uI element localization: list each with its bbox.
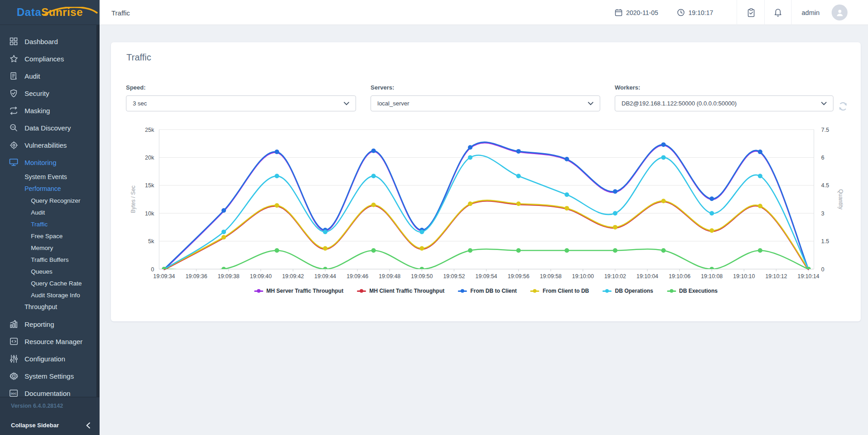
x-tick-label: 19:10:08 — [701, 273, 723, 280]
legend-label: From Client to DB — [542, 288, 589, 294]
x-tick-label: 19:10:10 — [733, 273, 755, 280]
sidebar-item-audit[interactable]: Audit — [0, 206, 100, 218]
legend-item-db-executions[interactable]: DB Executions — [667, 288, 718, 294]
x-tick-label: 19:09:58 — [540, 273, 562, 280]
data-point — [516, 201, 521, 206]
data-point — [221, 208, 226, 213]
sidebar-item-data-discovery[interactable]: Data Discovery — [0, 119, 100, 136]
series-from-db-to-client — [162, 142, 811, 271]
date-value: 2020-11-05 — [626, 9, 658, 16]
user-menu[interactable]: admin — [802, 0, 820, 25]
data-point — [221, 267, 226, 271]
sidebar-item-vulnerabilities[interactable]: Vulnerabilities — [0, 136, 100, 154]
time-display[interactable]: 19:10:17 — [677, 0, 713, 25]
x-tick-label: 19:09:46 — [346, 273, 368, 280]
chart-legend: MH Server Traffic ThroughputMH Client Tr… — [111, 288, 861, 294]
chevron-down-icon — [344, 102, 349, 105]
x-tick-label: 19:09:36 — [186, 273, 207, 280]
sidebar-item-security[interactable]: Security — [0, 85, 100, 102]
data-point — [709, 196, 714, 201]
data-point — [661, 155, 666, 160]
refresh-workers-button[interactable] — [838, 101, 848, 112]
servers-select[interactable]: local_server — [371, 95, 600, 111]
x-tick-label: 19:10:00 — [572, 273, 594, 280]
workers-select[interactable]: DB2@192.168.1.122:50000 (0.0.0.0:50000) — [615, 95, 833, 111]
data-point — [221, 235, 226, 240]
sidebar-item-query-recognizer[interactable]: Query Recognizer — [0, 195, 100, 206]
x-tick-label: 19:10:14 — [798, 273, 819, 280]
speed-label: Speed: — [126, 84, 356, 91]
data-point — [468, 201, 472, 206]
user-avatar[interactable] — [832, 5, 848, 20]
y-left-tick-label: 20k — [145, 155, 155, 161]
data-point — [709, 228, 714, 233]
data-point — [565, 206, 569, 210]
chevron-down-icon — [821, 102, 827, 105]
x-tick-label: 19:10:04 — [637, 273, 658, 280]
legend-label: MH Client Traffic Throughput — [369, 288, 444, 294]
traffic-panel: Traffic Speed: 3 sec Servers: local_serv… — [111, 42, 861, 321]
data-point — [371, 203, 376, 207]
sidebar-item-system-settings[interactable]: System Settings — [0, 367, 100, 385]
data-point — [516, 149, 521, 154]
x-tick-label: 19:09:48 — [379, 273, 401, 280]
tasks-button[interactable] — [747, 0, 755, 25]
legend-label: MH Server Traffic Throughput — [266, 288, 343, 294]
sidebar-item-label: Audit — [31, 209, 45, 216]
chevron-down-icon — [588, 102, 593, 105]
brand-logo[interactable]: DataSunrise — [0, 0, 100, 25]
sidebar-item-monitoring[interactable]: Monitoring — [0, 154, 100, 171]
legend-marker-icon — [602, 289, 612, 293]
sidebar-item-queues[interactable]: Queues — [0, 265, 100, 277]
sidebar-item-query-cache-rate[interactable]: Query Cache Rate — [0, 277, 100, 289]
legend-item-from-db-to-client[interactable]: From DB to Client — [458, 288, 517, 294]
sidebar-footer: Version 6.4.0.28142 Collapse Sidebar — [0, 397, 100, 435]
traffic-chart-svg: 25k7.520k615k4.510k35k1.50019:09:3419:09… — [120, 119, 852, 285]
notifications-button[interactable] — [774, 0, 782, 25]
collapse-sidebar-button[interactable]: Collapse Sidebar — [11, 422, 90, 429]
sidebar-item-free-space[interactable]: Free Space — [0, 230, 100, 242]
reporting-icon — [9, 320, 18, 329]
sidebar-item-label: Security — [25, 90, 49, 97]
topbar-divider — [764, 0, 765, 25]
sidebar-item-label: Traffic — [31, 221, 48, 228]
legend-item-from-client-to-db[interactable]: From Client to DB — [530, 288, 589, 294]
dashboard-icon — [9, 37, 18, 46]
data-point — [661, 199, 666, 203]
sidebar-item-traffic-buffers[interactable]: Traffic Buffers — [0, 254, 100, 265]
legend-item-db-operations[interactable]: DB Operations — [602, 288, 653, 294]
sidebar-item-label: Resource Manager — [25, 338, 83, 345]
sidebar-item-resource-manager[interactable]: Resource Manager — [0, 333, 100, 350]
sidebar-item-performance[interactable]: Performance — [0, 183, 100, 195]
traffic-chart: 25k7.520k615k4.510k35k1.50019:09:3419:09… — [120, 119, 852, 285]
sidebar-item-traffic[interactable]: Traffic — [0, 218, 100, 230]
y-right-tick-label: 0 — [821, 266, 824, 273]
speed-select[interactable]: 3 sec — [126, 95, 356, 111]
sidebar-item-audit[interactable]: Audit — [0, 67, 100, 85]
username-label: admin — [802, 9, 820, 16]
data-point — [371, 174, 376, 178]
legend-item-mh-server-traffic-throughput[interactable]: MH Server Traffic Throughput — [254, 288, 343, 294]
y-left-tick-label: 10k — [145, 210, 155, 217]
sidebar-item-throughput[interactable]: Throughput — [0, 301, 100, 313]
sidebar-item-reporting[interactable]: Reporting — [0, 315, 100, 333]
y-right-tick-label: 7.5 — [821, 127, 829, 133]
sidebar-item-label: Documentation — [25, 390, 70, 397]
legend-item-mh-client-traffic-throughput[interactable]: MH Client Traffic Throughput — [357, 288, 444, 294]
brand-part-data: Data — [17, 6, 41, 18]
data-point — [565, 248, 569, 253]
sidebar-item-compliances[interactable]: Compliances — [0, 50, 100, 67]
sidebar-scrollbar[interactable] — [96, 25, 100, 435]
date-display[interactable]: 2020-11-05 — [615, 0, 658, 25]
sidebar-item-memory[interactable]: Memory — [0, 242, 100, 254]
sidebar-item-label: Audit — [25, 72, 40, 80]
sidebar-item-dashboard[interactable]: Dashboard — [0, 33, 100, 50]
legend-label: DB Operations — [615, 288, 653, 294]
sidebar-item-audit-storage-info[interactable]: Audit Storage Info — [0, 289, 100, 301]
sidebar-item-masking[interactable]: Masking — [0, 102, 100, 119]
sidebar-item-system-events[interactable]: System Events — [0, 171, 100, 183]
sidebar-item-configuration[interactable]: Configuration — [0, 350, 100, 367]
data-point — [758, 248, 763, 253]
security-icon — [9, 89, 18, 98]
data-point — [516, 174, 521, 178]
